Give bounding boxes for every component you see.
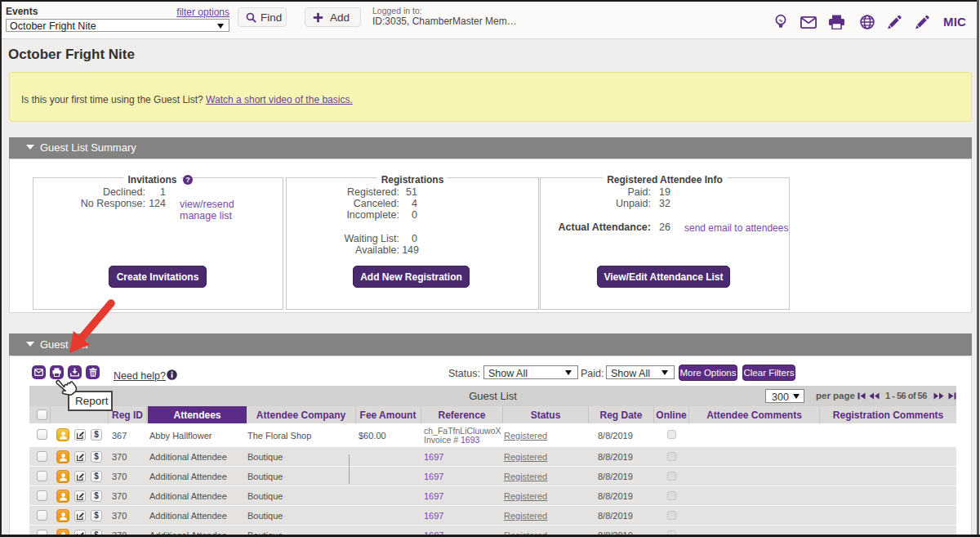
svg-text:?: ?: [185, 176, 190, 184]
